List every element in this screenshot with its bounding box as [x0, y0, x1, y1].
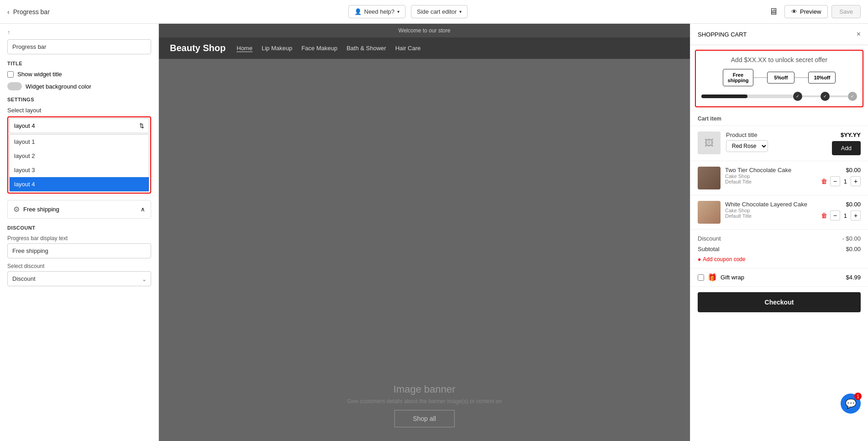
checkout-label: Checkout [765, 299, 794, 306]
subtotal-value: $0.00 [846, 246, 861, 252]
layout-select-wrapper: layout 4 ⇅ layout 1 layout 2 layout 3 la… [7, 116, 151, 194]
product-add-right: $YY.YY Add [832, 131, 861, 155]
gift-icon: 🎁 [708, 273, 717, 282]
widget-bg-color-row: Widget background color [7, 82, 151, 90]
topbar: ‹ Progress bar 👤 Need help? ▾ Side cart … [0, 0, 868, 24]
add-coupon-label: Add coupon code [703, 256, 745, 262]
preview-button[interactable]: 👁 Preview [784, 5, 828, 18]
cart-item-variant-2: Default Title [725, 213, 816, 219]
coupon-icon: ● [698, 256, 701, 262]
cart-item-controls-1: 🗑 − 1 + [821, 176, 861, 186]
add-label: Add [841, 145, 852, 152]
track-segment-2 [802, 95, 821, 97]
cart-item-info-2: White Chocolate Layered Cake Cake Shop D… [725, 201, 816, 219]
gift-wrap-row: 🎁 Gift wrap $4.99 [690, 268, 868, 287]
milestone-free-shipping: Freeshipping [723, 69, 754, 86]
progress-bar-display-input[interactable] [7, 243, 151, 258]
subtotal-row: Subtotal $0.00 [698, 246, 861, 252]
back-label: Progress bar [13, 8, 50, 16]
discount-heading: DISCOUNT [7, 225, 151, 231]
monitor-icon[interactable]: 🖥 [766, 4, 781, 20]
back-chevron-icon: ‹ [7, 8, 10, 16]
editor-label: Side cart editor [417, 8, 457, 15]
add-product-button[interactable]: Add [832, 141, 861, 155]
gift-wrap-label: Gift wrap [721, 274, 842, 281]
show-widget-title-row: Show widget title [7, 71, 151, 78]
nav-link-face-makeup[interactable]: Face Makeup [301, 45, 337, 52]
milestone-5off: 5%off [767, 72, 794, 84]
progress-track-container: ✓ ✓ ✓ [701, 92, 857, 101]
nav-link-home[interactable]: Home [237, 45, 253, 52]
select-discount-dropdown[interactable]: Discount [7, 271, 151, 286]
save-button[interactable]: Save [831, 5, 861, 18]
shop-all-label: Shop all [413, 415, 436, 422]
nav-link-hair-care[interactable]: Hair Care [395, 45, 421, 52]
select-discount-wrapper: Discount [7, 271, 151, 286]
layout-option-3[interactable]: layout 3 [10, 163, 149, 177]
nav-link-bath-shower[interactable]: Bath & Shower [347, 45, 386, 52]
cart-item-variant-1: Default Title [725, 179, 816, 184]
chat-bubble[interactable]: 💬 1 [841, 394, 861, 414]
discount-row: Discount - $0.00 [698, 235, 861, 242]
qty-decrease-2[interactable]: − [830, 210, 840, 220]
widget-name-input[interactable] [7, 39, 151, 54]
widget-bg-color-label: Widget background color [26, 83, 91, 90]
save-label: Save [839, 8, 853, 15]
breadcrumb: ↑ [7, 29, 151, 36]
progress-dot-1: ✓ [793, 92, 802, 101]
shop-all-button[interactable]: Shop all [394, 410, 455, 427]
cart-item-2: White Chocolate Layered Cake Cake Shop D… [690, 195, 868, 230]
settings-section: SETTINGS Select layout layout 4 ⇅ layout… [7, 97, 151, 194]
gift-wrap-checkbox[interactable] [698, 274, 704, 281]
subtotal-label: Subtotal [698, 246, 720, 252]
cart-header: SHOPPING CART × [690, 24, 868, 45]
checkmark-icon-1: ✓ [796, 94, 800, 99]
layout-option-4[interactable]: layout 4 [10, 177, 149, 191]
cart-item-image-2 [698, 201, 721, 224]
progress-track [701, 94, 793, 98]
store-content-overlay: Image banner Give customers details abou… [159, 383, 690, 404]
delete-icon-2[interactable]: 🗑 [821, 212, 827, 219]
qty-value-2: 1 [842, 212, 849, 219]
cart-items-label: Cart item [690, 112, 868, 126]
need-help-button[interactable]: 👤 Need help? ▾ [348, 5, 406, 18]
cart-item-price-1: $0.00 [846, 167, 861, 173]
widget-bg-color-toggle[interactable] [7, 82, 22, 90]
cart-item-image-1 [698, 167, 721, 189]
topbar-center: 👤 Need help? ▾ Side cart editor ▾ [348, 5, 468, 18]
delete-icon-1[interactable]: 🗑 [821, 178, 827, 185]
free-shipping-accordion-header[interactable]: ⚙ Free shipping ∧ [8, 200, 151, 218]
product-variant-select[interactable]: Red Rose [726, 140, 768, 152]
store-brand: Beauty Shop [170, 43, 226, 53]
welcome-text: Welcome to our store [399, 27, 451, 34]
add-coupon-button[interactable]: ● Add coupon code [698, 256, 861, 262]
progress-offer-text: Add $XX.XX to unlock secret offer [701, 56, 857, 63]
checkout-button[interactable]: Checkout [698, 292, 861, 312]
side-cart-editor-button[interactable]: Side cart editor ▾ [411, 5, 468, 18]
layout-option-2[interactable]: layout 2 [10, 149, 149, 163]
need-help-label: Need help? [364, 8, 395, 15]
nav-link-lip-makeup[interactable]: Lip Makeup [262, 45, 292, 52]
qty-decrease-1[interactable]: − [830, 176, 840, 186]
progress-milestones: Freeshipping 5%off 10%off [701, 69, 857, 86]
show-widget-title-checkbox[interactable] [7, 71, 14, 78]
qty-increase-1[interactable]: + [851, 176, 861, 186]
qty-value-1: 1 [842, 178, 849, 185]
layout-option-1[interactable]: layout 1 [10, 135, 149, 149]
checkmark-icon-2: ✓ [823, 94, 827, 99]
progress-bar-section: Add $XX.XX to unlock secret offer Freesh… [695, 50, 863, 107]
select-discount-label: Select discount [7, 263, 151, 269]
discount-section: DISCOUNT Progress bar display text Selec… [7, 225, 151, 286]
free-shipping-label: Free shipping [23, 206, 59, 213]
product-image-placeholder: 🖼 [698, 131, 721, 154]
image-banner-sub: Give customers details about the banner … [333, 398, 516, 404]
store-content: Image banner Give customers details abou… [159, 59, 690, 441]
select-arrows-icon: ⇅ [139, 122, 144, 129]
progress-dot-2: ✓ [821, 92, 830, 101]
qty-increase-2[interactable]: + [851, 210, 861, 220]
image-banner-title: Image banner [159, 383, 690, 395]
back-button[interactable]: ‹ Progress bar [7, 8, 50, 16]
caret-icon: ▾ [397, 9, 400, 14]
layout-select-display[interactable]: layout 4 ⇅ [9, 118, 149, 133]
cart-close-button[interactable]: × [857, 30, 861, 38]
